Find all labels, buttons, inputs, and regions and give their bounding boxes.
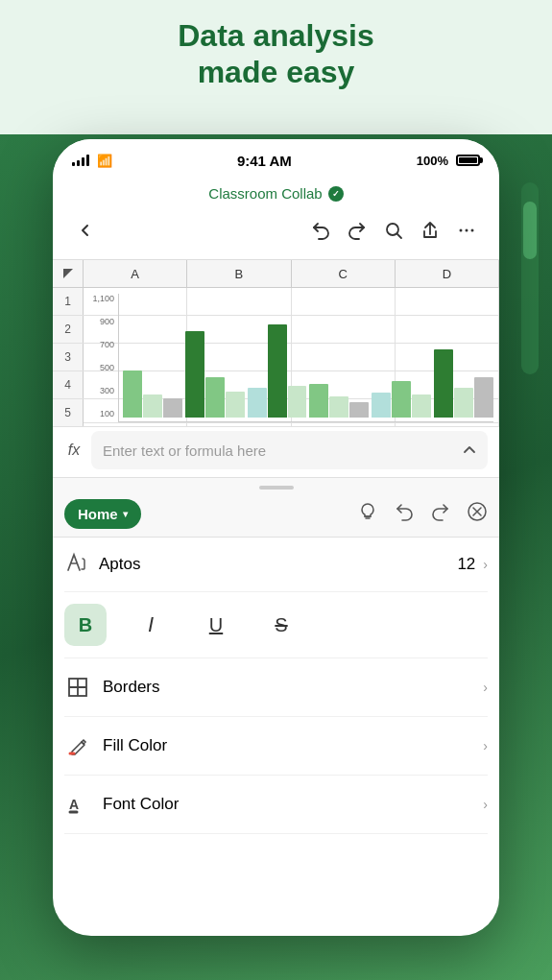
chart-bar-4-2	[412, 394, 431, 418]
bar-group-1	[185, 331, 245, 418]
bold-label: B	[79, 614, 92, 636]
borders-icon	[64, 674, 91, 701]
redo-small-icon[interactable]	[430, 501, 451, 527]
side-scrollbar	[521, 182, 539, 374]
chart-bars-area	[118, 294, 493, 422]
chart-bar-0-0	[123, 370, 142, 418]
font-size: 12	[457, 555, 475, 574]
borders-row[interactable]: Borders ›	[64, 658, 488, 717]
chart-bar-2-0	[248, 388, 267, 418]
strikethrough-label: S	[275, 614, 287, 636]
column-headers: A B C D	[53, 260, 499, 288]
scrollbar-thumb	[523, 202, 537, 259]
row-num-3: 3	[53, 344, 84, 370]
svg-point-3	[471, 229, 474, 232]
chart-bar-0-1	[143, 394, 162, 418]
collab-badge: ✓	[328, 186, 344, 202]
chart-bar-3-2	[349, 402, 369, 418]
battery-icon	[456, 155, 480, 166]
fill-color-icon	[64, 732, 91, 759]
undo-button[interactable]	[303, 213, 338, 248]
underline-label: U	[209, 614, 223, 636]
headline-line1: Data analysis	[0, 17, 552, 54]
format-icons	[357, 501, 488, 527]
redo-button[interactable]	[340, 213, 374, 248]
svg-point-1	[460, 229, 463, 232]
font-color-chevron-icon: ›	[483, 797, 488, 812]
formula-chevron-icon	[463, 442, 476, 459]
font-color-row[interactable]: A Font Color ›	[64, 776, 488, 834]
close-icon[interactable]	[467, 501, 488, 527]
back-button[interactable]	[68, 213, 103, 248]
chart-bar-4-0	[372, 393, 391, 418]
wifi-icon: 📶	[97, 154, 112, 168]
col-header-b[interactable]: B	[187, 260, 291, 287]
col-header-a[interactable]: A	[84, 260, 187, 287]
strikethrough-button[interactable]: S	[260, 604, 302, 646]
home-button[interactable]: Home ▾	[64, 499, 141, 529]
app-title: Classroom Collab ✓	[68, 185, 484, 202]
fill-color-chevron-icon: ›	[483, 738, 488, 753]
italic-button[interactable]: I	[130, 604, 172, 646]
formula-input[interactable]: Enter text or formula here	[91, 431, 488, 469]
fill-color-label: Fill Color	[103, 736, 483, 755]
more-button[interactable]	[449, 213, 484, 248]
main-toolbar	[68, 209, 484, 251]
svg-point-0	[387, 224, 398, 235]
phone-mockup: 📶 9:41 AM 100% Classroom Collab ✓	[53, 139, 499, 936]
headline: Data analysis made easy	[0, 17, 552, 91]
undo-small-icon[interactable]	[394, 501, 415, 527]
font-color-label: Font Color	[103, 795, 483, 814]
lightbulb-icon[interactable]	[357, 501, 378, 527]
status-bar: 📶 9:41 AM 100%	[53, 139, 499, 181]
col-header-d[interactable]: D	[396, 260, 499, 287]
svg-point-2	[466, 229, 468, 232]
row-num-2: 2	[53, 316, 84, 343]
spreadsheet: A B C D 1 2 3	[53, 259, 499, 422]
chart-y-labels: 1,100 900 700 500 300 100	[89, 294, 118, 422]
bold-button[interactable]: B	[64, 604, 107, 646]
chart-container: 1,100 900 700 500 300 100	[84, 288, 499, 422]
bar-group-2	[248, 324, 307, 418]
underline-button[interactable]: U	[195, 604, 237, 646]
col-header-c[interactable]: C	[292, 260, 396, 287]
borders-chevron-icon: ›	[483, 680, 488, 695]
signal-icon	[72, 155, 89, 166]
borders-label: Borders	[103, 678, 483, 697]
bar-group-0	[123, 370, 182, 418]
battery-percent: 100%	[417, 154, 448, 168]
font-color-icon: A	[64, 791, 91, 818]
share-button[interactable]	[413, 213, 447, 248]
italic-label: I	[148, 612, 154, 637]
chart-bar-2-1	[268, 324, 287, 418]
toolbar-right-icons	[303, 213, 484, 248]
svg-text:A: A	[69, 797, 79, 812]
font-name: Aptos	[99, 555, 457, 574]
headline-line2: made easy	[0, 54, 552, 90]
bar-group-5	[434, 349, 493, 418]
app-title-text: Classroom Collab	[208, 185, 322, 202]
chart-bar-5-1	[454, 388, 473, 418]
home-chevron-icon: ▾	[123, 509, 128, 519]
chart-bar-1-0	[185, 331, 204, 418]
corner-cell	[53, 260, 84, 287]
home-label: Home	[78, 506, 118, 522]
row-num-4: 4	[53, 371, 84, 398]
drag-handle	[259, 486, 294, 490]
font-chevron-icon: ›	[483, 557, 488, 572]
bar-group-4	[372, 381, 431, 418]
status-right: 100%	[417, 154, 480, 168]
search-button[interactable]	[376, 213, 411, 248]
format-section: Aptos 12 › B I U S	[53, 538, 499, 834]
row-num-5: 5	[53, 399, 84, 426]
chart-bar-3-0	[309, 384, 328, 418]
chart-bar-5-2	[474, 377, 493, 418]
chart-bar-5-0	[434, 349, 453, 418]
font-row[interactable]: Aptos 12 ›	[64, 538, 488, 592]
formula-placeholder: Enter text or formula here	[103, 442, 266, 459]
status-time: 9:41 AM	[237, 153, 292, 169]
toolbar-row1: Home ▾	[64, 499, 488, 529]
fill-color-row[interactable]: Fill Color ›	[64, 717, 488, 776]
formula-bar: fx Enter text or formula here	[53, 422, 499, 478]
bottom-toolbar: Home ▾	[53, 478, 499, 538]
